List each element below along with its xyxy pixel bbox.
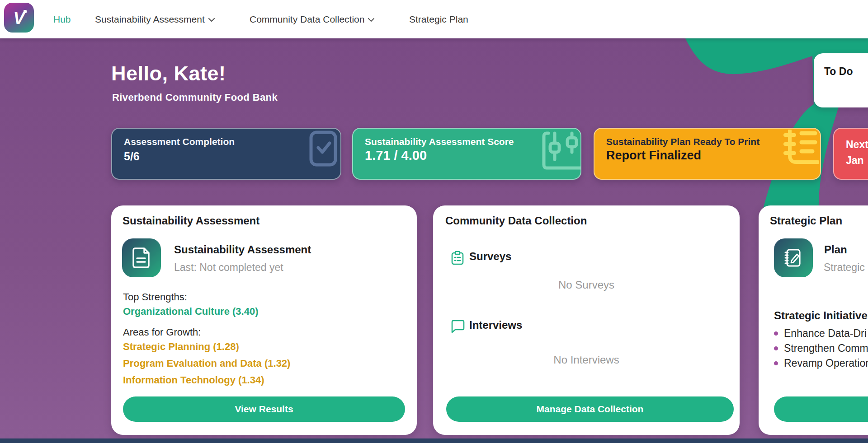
plan-tile[interactable]	[774, 238, 813, 277]
logo-dot	[24, 10, 27, 13]
nav-item-cdc-label: Community Data Collection	[250, 14, 364, 25]
assessment-tile[interactable]	[122, 238, 161, 277]
stat-value: 1.71 / 4.00	[365, 148, 427, 163]
nav-item-sa-label: Sustainability Assessment	[95, 14, 205, 25]
clipboard-check-icon	[309, 131, 337, 167]
plan-item-subtitle: Strategic	[824, 261, 865, 274]
greeting-heading: Hello, Kate!	[111, 62, 226, 85]
surveys-label: Surveys	[469, 250, 511, 263]
bullet-dot	[774, 361, 778, 365]
nav-item-hub[interactable]: Hub	[53, 0, 71, 38]
below-fold-section-edge	[0, 438, 868, 443]
notebook-pencil-icon	[783, 248, 803, 268]
manage-data-collection-button[interactable]: Manage Data Collection	[446, 396, 734, 422]
chevron-down-icon	[368, 18, 374, 22]
nav-item-strategic-plan[interactable]: Strategic Plan	[409, 0, 468, 38]
stat-value: Report Finalized	[606, 149, 701, 163]
bullet-dot	[774, 331, 778, 336]
view-results-button[interactable]: View Results	[123, 396, 405, 422]
growth-item: Program Evaluation and Data (1.32)	[123, 358, 290, 369]
no-interviews-text: No Interviews	[433, 354, 740, 366]
nav-item-community-data-collection[interactable]: Community Data Collection	[250, 0, 374, 38]
assessment-last-completed: Last: Not completed yet	[174, 261, 283, 274]
plan-item-title: Plan	[824, 243, 847, 256]
chevron-down-icon	[208, 18, 215, 22]
top-strengths-label: Top Strengths:	[123, 291, 187, 303]
top-nav-bar: V Hub Sustainability Assessment Communit…	[0, 0, 868, 38]
community-data-collection-card: Community Data Collection Surveys No Sur…	[433, 205, 740, 435]
app-logo[interactable]: V	[4, 3, 34, 33]
chat-bubble-icon	[451, 320, 465, 333]
nav-item-sustainability-assessment[interactable]: Sustainability Assessment	[95, 0, 215, 38]
bullet-dot	[774, 346, 778, 350]
sliders-icon	[542, 131, 581, 170]
logo-v-glyph: V	[13, 9, 24, 27]
stat-title: Sustainability Plan Ready To Print	[606, 136, 760, 147]
interviews-label: Interviews	[469, 319, 522, 331]
initiative-item: Revamp Operation	[774, 357, 868, 369]
strategic-initiatives-label: Strategic Initiatives	[774, 309, 868, 322]
stat-card-next-event[interactable]: Next Jan	[833, 128, 868, 180]
nav-item-sp-label: Strategic Plan	[409, 14, 468, 25]
stat-title: Next	[846, 139, 868, 151]
stat-value: 5/6	[124, 150, 140, 163]
hub-page-background: Hello, Kate! Riverbend Community Food Ba…	[0, 38, 868, 443]
card-title: Strategic Plan	[770, 215, 842, 227]
areas-for-growth-label: Areas for Growth:	[123, 326, 201, 338]
stat-title: Assessment Completion	[124, 136, 235, 147]
survey-clipboard-icon	[451, 251, 464, 265]
initiative-item: Strengthen Comm	[774, 342, 868, 354]
document-icon	[132, 247, 151, 268]
organization-name: Riverbend Community Food Bank	[112, 92, 278, 103]
strength-item: Organizational Culture (3.40)	[123, 306, 259, 317]
initiative-item: Enhance Data-Dri	[774, 327, 867, 340]
strategic-plan-card: Strategic Plan Plan Strategic Strategic …	[759, 205, 868, 435]
card-title: Sustainability Assessment	[123, 215, 259, 227]
list-icon	[783, 130, 819, 167]
stat-card-assessment-score[interactable]: Sustainability Assessment Score 1.71 / 4…	[352, 128, 581, 180]
sustainability-assessment-card: Sustainability Assessment Sustainability…	[111, 205, 417, 435]
growth-item: Information Technology (1.34)	[123, 374, 264, 386]
stat-card-assessment-completion[interactable]: Assessment Completion 5/6	[111, 128, 341, 180]
stat-title: Sustainability Assessment Score	[365, 136, 514, 147]
assessment-item-title: Sustainability Assessment	[174, 243, 311, 256]
card-title: Community Data Collection	[445, 215, 587, 227]
todo-card[interactable]: To Do	[814, 53, 868, 107]
no-surveys-text: No Surveys	[433, 279, 740, 291]
todo-card-title: To Do	[824, 65, 853, 78]
nav-item-hub-label: Hub	[53, 14, 71, 25]
stat-value: Jan	[846, 154, 864, 167]
stat-card-plan-ready[interactable]: Sustainability Plan Ready To Print Repor…	[594, 128, 821, 180]
growth-item: Strategic Planning (1.28)	[123, 341, 239, 353]
strategic-plan-button[interactable]	[774, 396, 868, 422]
